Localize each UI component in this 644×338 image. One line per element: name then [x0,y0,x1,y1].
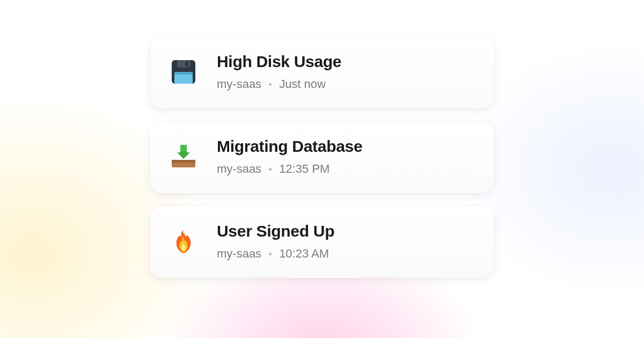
notification-card[interactable]: High Disk Usage my-saas Just now [150,36,494,108]
project-label: my-saas [217,77,261,91]
notification-title: User Signed Up [217,222,334,240]
notification-title: High Disk Usage [217,53,341,71]
notification-body: Migrating Database my-saas 12:35 PM [217,137,362,176]
separator-dot [269,83,272,86]
notification-card[interactable]: Migrating Database my-saas 12:35 PM [150,121,494,193]
timestamp-label: 10:23 AM [279,247,329,261]
notification-meta: my-saas Just now [217,77,341,91]
floppy-disk-icon [169,57,199,87]
timestamp-label: 12:35 PM [279,162,330,176]
notification-meta: my-saas 12:35 PM [217,162,362,176]
separator-dot [269,168,272,171]
notification-meta: my-saas 10:23 AM [217,247,334,261]
notification-card[interactable]: User Signed Up my-saas 10:23 AM [150,206,494,278]
separator-dot [269,253,272,255]
project-label: my-saas [217,247,261,261]
svg-rect-6 [172,160,195,163]
svg-rect-2 [185,61,188,67]
notification-body: User Signed Up my-saas 10:23 AM [217,222,334,261]
fire-icon [169,226,199,256]
project-label: my-saas [217,162,261,176]
notification-title: Migrating Database [217,137,362,156]
inbox-download-icon [169,142,199,172]
notification-body: High Disk Usage my-saas Just now [217,53,341,91]
notification-list: High Disk Usage my-saas Just now Migrati… [150,36,494,278]
timestamp-label: Just now [279,77,326,91]
svg-rect-4 [174,72,193,75]
